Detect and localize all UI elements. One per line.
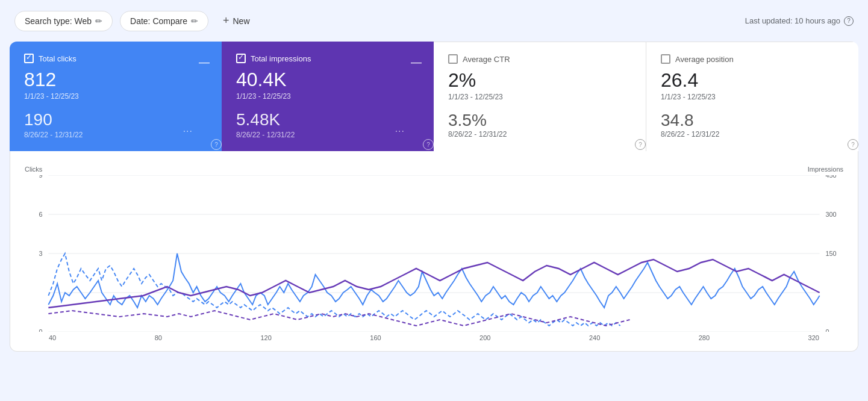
svg-text:3: 3	[39, 250, 43, 257]
metric-average-position[interactable]: Average position 26.4 1/1/23 - 12/25/23 …	[646, 42, 858, 151]
checkbox-position[interactable]	[661, 54, 670, 64]
x-label-160: 160	[370, 334, 381, 341]
chart-area: 9 6 3 0 450 300 150 0	[25, 175, 843, 332]
last-updated: Last updated: 10 hours ago ?	[745, 16, 854, 26]
metric-value2-ctr: 3.5%	[448, 111, 507, 130]
plus-icon: +	[223, 14, 229, 27]
metrics-row: Total clicks — 812 1/1/23 - 12/25/23 190…	[10, 42, 858, 151]
metric-date-ctr: 1/1/23 - 12/25/23	[448, 93, 631, 101]
metric-date-impressions: 1/1/23 - 12/25/23	[236, 92, 419, 101]
metric-value-ctr: 2%	[448, 69, 631, 92]
checkbox-ctr[interactable]	[448, 54, 458, 64]
metric-label-ctr: Average CTR	[463, 55, 510, 64]
metric-date2-position: 8/26/22 - 12/31/22	[661, 130, 719, 138]
metric-date-position: 1/1/23 - 12/25/23	[661, 93, 844, 101]
metric-label-impressions: Total impressions	[251, 54, 311, 63]
edit-icon: ✏	[95, 16, 102, 26]
metric-value2-position: 34.8	[661, 111, 719, 130]
new-label: New	[233, 16, 249, 26]
impressions-line-dashed	[48, 311, 629, 326]
date-filter[interactable]: Date: Compare ✏	[120, 11, 208, 31]
x-label-200: 200	[479, 334, 490, 341]
metric-dots-clicks[interactable]: ···	[183, 126, 193, 137]
metric-date2-ctr: 8/26/22 - 12/31/22	[448, 130, 507, 138]
metric-total-impressions[interactable]: Total impressions — 40.4K 1/1/23 - 12/25…	[222, 42, 434, 151]
svg-text:6: 6	[39, 211, 43, 218]
x-axis-labels: 40 80 120 160 200 240 280 320	[25, 332, 843, 341]
x-label-40: 40	[49, 334, 56, 341]
metric-label-position: Average position	[675, 55, 734, 64]
metric-help-position[interactable]: ?	[848, 139, 858, 150]
metric-help-impressions[interactable]: ?	[423, 139, 434, 150]
svg-text:300: 300	[825, 211, 836, 218]
new-button[interactable]: + New	[216, 10, 257, 32]
metric-value-position: 26.4	[661, 69, 844, 92]
svg-text:0: 0	[825, 328, 829, 332]
help-icon[interactable]: ?	[844, 16, 854, 26]
svg-text:9: 9	[39, 175, 43, 179]
checkbox-impressions[interactable]	[236, 54, 246, 63]
metric-average-ctr[interactable]: Average CTR 2% 1/1/23 - 12/25/23 3.5% 8/…	[434, 42, 646, 151]
metric-dash-impressions[interactable]: —	[411, 56, 422, 69]
date-label: Date: Compare	[130, 16, 187, 26]
impressions-line-solid	[48, 260, 819, 308]
y-left-label: Clicks	[25, 166, 42, 173]
x-label-280: 280	[699, 334, 710, 341]
svg-text:150: 150	[825, 250, 836, 257]
y-right-label: Impressions	[808, 166, 843, 173]
x-label-320: 320	[808, 334, 819, 341]
metric-value-clicks: 812	[24, 68, 207, 91]
x-label-240: 240	[589, 334, 600, 341]
metric-dots-impressions[interactable]: ···	[395, 126, 405, 137]
checkbox-clicks[interactable]	[24, 54, 34, 63]
metric-total-clicks[interactable]: Total clicks — 812 1/1/23 - 12/25/23 190…	[10, 42, 222, 151]
metric-help-clicks[interactable]: ?	[211, 139, 222, 150]
metric-label-clicks: Total clicks	[39, 54, 76, 63]
metric-value-impressions: 40.4K	[236, 68, 419, 91]
x-label-80: 80	[155, 334, 162, 341]
metric-dash-clicks[interactable]: —	[199, 56, 210, 69]
edit-icon: ✏	[191, 16, 198, 26]
metric-value2-impressions: 5.48K	[236, 110, 295, 129]
search-type-label: Search type: Web	[25, 16, 92, 26]
svg-text:450: 450	[825, 175, 836, 179]
metric-value2-clicks: 190	[24, 110, 83, 129]
svg-text:0: 0	[39, 328, 43, 332]
metric-help-ctr[interactable]: ?	[635, 139, 646, 150]
metric-date-clicks: 1/1/23 - 12/25/23	[24, 92, 207, 101]
metric-date2-clicks: 8/26/22 - 12/31/22	[24, 131, 83, 139]
last-updated-text: Last updated: 10 hours ago	[745, 16, 840, 25]
x-label-120: 120	[260, 334, 271, 341]
top-bar: Search type: Web ✏ Date: Compare ✏ + New…	[0, 0, 868, 42]
chart-svg: 9 6 3 0 450 300 150 0	[25, 175, 843, 332]
metric-date2-impressions: 8/26/22 - 12/31/22	[236, 131, 295, 139]
chart-container: Clicks Impressions 9 6 3 0 450 300 150 0	[10, 151, 858, 352]
search-type-filter[interactable]: Search type: Web ✏	[14, 11, 113, 31]
